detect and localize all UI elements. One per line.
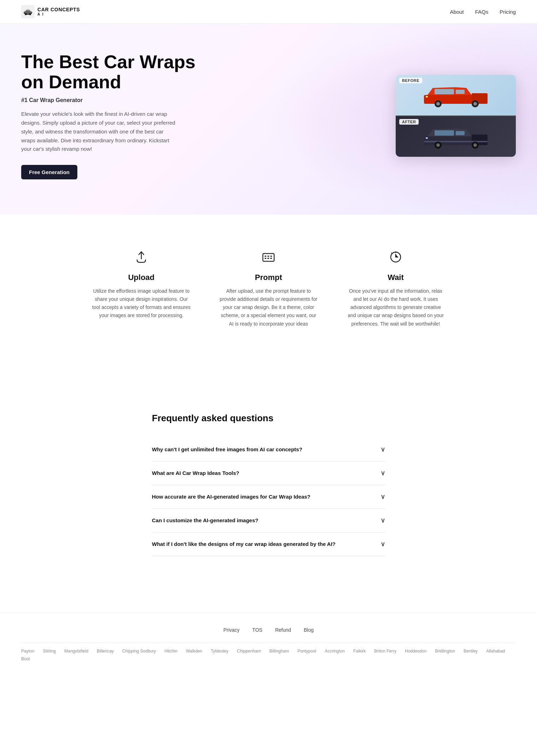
faq-item-0: Why can't I get unlimited free images fr… (152, 438, 385, 462)
chevron-down-icon-1: ∨ (380, 469, 385, 477)
city-14: Hoddesdon (405, 649, 426, 654)
svg-rect-28 (265, 258, 266, 259)
after-label: AFTER (399, 119, 419, 125)
car-before-image: BEFORE (396, 75, 516, 115)
feature-upload-desc: Utilize the effortless image upload feat… (92, 287, 191, 320)
footer: Privacy TOS Refund Blog Payton Stirling … (0, 613, 537, 671)
feature-wait: Wait Once you've input all the informati… (346, 250, 445, 328)
hero-title: The Best Car Wraps on Demand (21, 52, 205, 92)
car-after-image: AFTER (396, 116, 516, 157)
logo-text: CAR CONCEPTS (37, 7, 80, 12)
faq-item-4: What if I don't like the designs of my c… (152, 532, 385, 556)
city-13: Briton Ferry (374, 649, 396, 654)
city-0: Payton (21, 649, 34, 654)
feature-prompt-title: Prompt (219, 273, 318, 282)
footer-cities: Payton Stirling Mangotsfield Billericay … (21, 643, 516, 664)
faq-question-2[interactable]: How accurate are the AI-generated images… (152, 493, 385, 501)
footer-refund[interactable]: Refund (275, 627, 291, 633)
city-16: Bentley (464, 649, 478, 654)
city-17: Allahabad (486, 649, 505, 654)
before-label: BEFORE (399, 78, 422, 83)
footer-blog[interactable]: Blog (304, 627, 314, 633)
svg-point-3 (25, 13, 27, 15)
nav-faqs[interactable]: FAQs (475, 9, 489, 15)
faq-section: Frequently asked questions Why can't I g… (131, 385, 406, 584)
city-11: Accrington (325, 649, 345, 654)
faq-question-text-0: Why can't I get unlimited free images fr… (152, 446, 302, 452)
svg-rect-23 (426, 137, 428, 139)
hero-subtitle: #1 Car Wrap Generator (21, 97, 205, 103)
footer-privacy[interactable]: Privacy (223, 627, 240, 633)
svg-rect-13 (426, 96, 428, 97)
svg-rect-24 (263, 254, 274, 261)
chevron-down-icon-4: ∨ (380, 540, 385, 548)
svg-line-33 (391, 253, 392, 254)
city-8: Chippenham (237, 649, 261, 654)
faq-question-0[interactable]: Why can't I get unlimited free images fr… (152, 446, 385, 453)
faq-question-text-4: What if I don't like the designs of my c… (152, 541, 336, 547)
logo-subtext: A I (37, 12, 80, 16)
svg-point-22 (473, 143, 477, 147)
city-7: Tyldesley (211, 649, 228, 654)
nav-about[interactable]: About (450, 9, 464, 15)
city-3: Billericay (97, 649, 114, 654)
feature-upload-title: Upload (92, 273, 191, 282)
nav-pricing[interactable]: Pricing (500, 9, 516, 15)
svg-rect-27 (270, 256, 272, 257)
hero-content: The Best Car Wraps on Demand #1 Car Wrap… (21, 52, 205, 179)
navbar: CAR CONCEPTS A I About FAQs Pricing (0, 0, 537, 24)
car-after-svg (420, 124, 491, 149)
upload-icon (92, 250, 191, 267)
city-18: Boot (21, 656, 30, 661)
svg-rect-30 (270, 258, 272, 259)
svg-rect-7 (435, 89, 454, 94)
feature-wait-title: Wait (346, 273, 445, 282)
svg-rect-25 (265, 256, 266, 257)
svg-rect-29 (267, 258, 269, 259)
svg-point-32 (395, 251, 396, 253)
faq-question-4[interactable]: What if I don't like the designs of my c… (152, 540, 385, 548)
svg-rect-17 (435, 130, 454, 136)
faq-item-2: How accurate are the AI-generated images… (152, 485, 385, 509)
city-1: Stirling (43, 649, 56, 654)
city-15: Bridlington (435, 649, 455, 654)
hero-before-after-image: BEFORE AFTER (396, 75, 516, 157)
footer-tos[interactable]: TOS (252, 627, 262, 633)
chevron-down-icon-2: ∨ (380, 493, 385, 501)
city-5: Hitchin (165, 649, 178, 654)
city-10: Pontypool (297, 649, 316, 654)
hero-section: The Best Car Wraps on Demand #1 Car Wrap… (0, 24, 537, 215)
feature-wait-desc: Once you've input all the information, r… (346, 287, 445, 328)
prompt-icon (219, 250, 318, 267)
feature-prompt: Prompt After upload, use the prompt feat… (219, 250, 318, 328)
svg-point-4 (29, 13, 31, 15)
footer-links: Privacy TOS Refund Blog (21, 627, 516, 633)
spacer (0, 363, 537, 385)
svg-rect-18 (456, 131, 465, 135)
city-4: Chipping Sodbury (122, 649, 156, 654)
faq-item-3: Can I customize the AI-generated images?… (152, 509, 385, 532)
svg-rect-16 (424, 141, 488, 142)
faq-question-3[interactable]: Can I customize the AI-generated images?… (152, 517, 385, 524)
nav-links: About FAQs Pricing (450, 9, 516, 15)
feature-prompt-desc: After upload, use the prompt feature to … (219, 287, 318, 328)
svg-point-20 (436, 143, 440, 147)
chevron-down-icon-3: ∨ (380, 517, 385, 524)
svg-point-10 (436, 102, 440, 106)
faq-title: Frequently asked questions (152, 413, 385, 424)
faq-question-text-2: How accurate are the AI-generated images… (152, 494, 310, 500)
chevron-down-icon-0: ∨ (380, 446, 385, 453)
spacer-2 (0, 584, 537, 613)
logo-link[interactable]: CAR CONCEPTS A I (21, 5, 80, 18)
faq-question-text-3: Can I customize the AI-generated images? (152, 517, 258, 523)
faq-item-1: What are AI Car Wrap Ideas Tools? ∨ (152, 462, 385, 485)
city-12: Falkirk (353, 649, 366, 654)
wait-icon (346, 250, 445, 267)
city-6: Walkden (186, 649, 202, 654)
car-before-svg (420, 83, 491, 107)
feature-upload: Upload Utilize the effortless image uplo… (92, 250, 191, 328)
faq-question-1[interactable]: What are AI Car Wrap Ideas Tools? ∨ (152, 469, 385, 477)
hero-cta-button[interactable]: Free Generation (21, 165, 77, 179)
hero-description: Elevate your vehicle's look with the fin… (21, 110, 177, 154)
city-9: Billingham (270, 649, 289, 654)
